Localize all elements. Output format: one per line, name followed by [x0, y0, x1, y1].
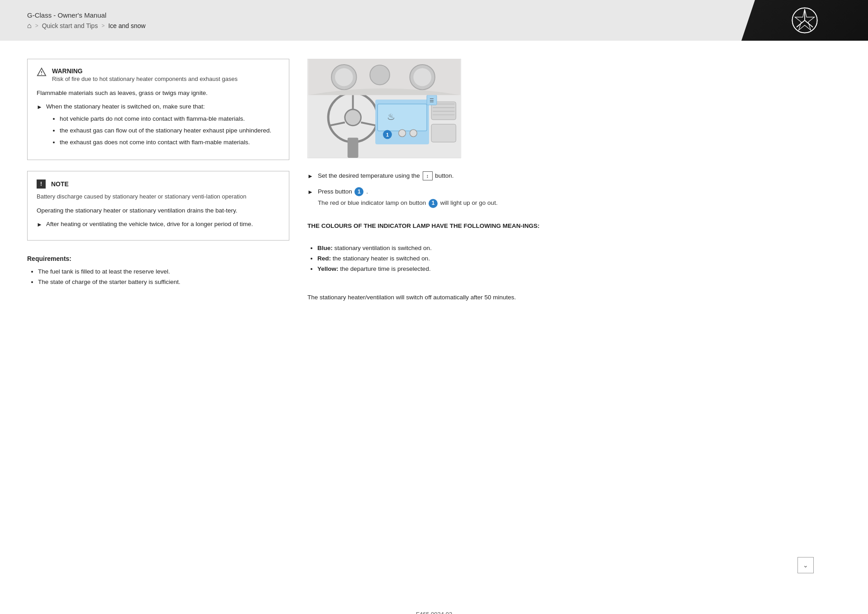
- instr-arrow-icon-2: ►: [307, 188, 313, 197]
- header-left: G-Class - Owner's Manual ⌂ > Quick start…: [27, 11, 146, 30]
- sub-list-item-2: the exhaust gas can flow out of the stat…: [60, 126, 271, 136]
- svg-text:☰: ☰: [429, 98, 434, 103]
- requirements-title: Requirements:: [27, 255, 289, 262]
- colour-label-yellow: Yellow:: [317, 265, 339, 272]
- footer: F465 0024 02 ∧ ⌄: [0, 596, 868, 614]
- svg-rect-11: [348, 137, 359, 158]
- svg-point-30: [370, 65, 390, 85]
- svg-text:♨: ♨: [387, 112, 395, 122]
- sub-list-item-3: the exhaust gas does not come into conta…: [60, 137, 271, 147]
- requirements-section: Requirements: The fuel tank is filled to…: [27, 255, 289, 288]
- svg-text:1: 1: [386, 132, 389, 137]
- note-subtitle: Battery discharge caused by stationary h…: [37, 192, 280, 201]
- warning-subtitle: Risk of fire due to hot stationary heate…: [52, 75, 237, 84]
- arrow-bullet-icon: ►: [37, 103, 42, 149]
- warning-list: ► When the stationary heater is switched…: [37, 102, 280, 149]
- svg-rect-24: [431, 124, 456, 142]
- left-column: WARNING Risk of fire due to hot stationa…: [27, 59, 289, 578]
- note-title: NOTE: [51, 180, 69, 188]
- breadcrumb: ⌂ > Quick start and Tips > Ice and snow: [27, 22, 146, 30]
- warning-box: WARNING Risk of fire due to hot stationa…: [27, 59, 289, 160]
- sub-list-item-1: hot vehicle parts do not come into conta…: [60, 114, 271, 124]
- breadcrumb-sep-1: >: [35, 23, 38, 29]
- note-body: Operating the stationary heater or stati…: [37, 206, 280, 216]
- breadcrumb-item-2: Ice and snow: [108, 22, 146, 29]
- main-content: WARNING Risk of fire due to hot stationa…: [0, 41, 868, 596]
- list-item-text: When the stationary heater is switched o…: [46, 103, 205, 110]
- colours-title: THE COLOURS OF THE INDICATOR LAMP HAVE T…: [307, 222, 841, 231]
- warning-body: Flammable materials such as leaves, gras…: [37, 88, 280, 98]
- req-item-1: The fuel tank is filled to at least the …: [38, 267, 289, 277]
- mercedes-star-icon: [791, 7, 818, 34]
- note-title-area: NOTE: [51, 180, 69, 188]
- colour-label-red: Red:: [317, 255, 331, 262]
- svg-point-32: [413, 68, 431, 86]
- warning-title-area: WARNING Risk of fire due to hot stationa…: [52, 67, 237, 84]
- temp-button-icon: ↕: [423, 171, 433, 180]
- note-list-item: ► After heating or ventilating the vehic…: [37, 220, 280, 229]
- instruction-line-2: Press button 1 .: [318, 187, 498, 197]
- warning-title: WARNING: [52, 67, 237, 75]
- svg-point-29: [335, 68, 353, 86]
- footer-code: F465 0024 02: [416, 611, 452, 614]
- colour-text-red: the stationary heater is switched on.: [333, 255, 430, 262]
- req-item-2: The state of charge of the starter batte…: [38, 277, 289, 288]
- colour-text-yellow: the departure time is preselected.: [340, 265, 430, 272]
- list-item: ► When the stationary heater is switched…: [37, 102, 280, 149]
- mercedes-logo-area: [741, 0, 868, 41]
- car-interior-svg: ♨ 1 ☰: [308, 59, 461, 158]
- scroll-down-button[interactable]: ⌄: [797, 557, 814, 573]
- colour-label-blue: Blue:: [317, 245, 333, 251]
- car-illustration: ♨ 1 ☰: [307, 59, 461, 158]
- note-header: ! NOTE: [37, 179, 280, 189]
- header: G-Class - Owner's Manual ⌂ > Quick start…: [0, 0, 868, 41]
- home-icon[interactable]: ⌂: [27, 22, 32, 30]
- circle-badge-2: 1: [429, 199, 438, 208]
- warning-triangle-icon: [37, 67, 47, 77]
- breadcrumb-sep-2: >: [101, 23, 104, 29]
- colour-item-red: Red: the stationary heater is switched o…: [317, 254, 841, 264]
- instruction-text-1: Set the desired temperature using the ↕ …: [318, 171, 454, 181]
- breadcrumb-item-1[interactable]: Quick start and Tips: [42, 22, 98, 29]
- right-column: ♨ 1 ☰: [307, 59, 841, 578]
- sub-list: hot vehicle parts do not come into conta…: [46, 114, 271, 147]
- instruction-item-1: ► Set the desired temperature using the …: [307, 171, 841, 181]
- instruction-content-2: Press button 1 . The red or blue indicat…: [318, 187, 498, 208]
- circle-badge-1: 1: [354, 187, 363, 196]
- requirements-list: The fuel tank is filled to at least the …: [27, 267, 289, 288]
- note-icon: !: [37, 179, 46, 189]
- note-arrow-bullet-icon: ►: [37, 220, 42, 229]
- svg-point-7: [345, 109, 361, 126]
- colour-text-blue: stationary ventilation is switched on.: [335, 245, 432, 251]
- instruction-item-2: ► Press button 1 . The red or blue indic…: [307, 187, 841, 208]
- note-box: ! NOTE Battery discharge caused by stati…: [27, 171, 289, 241]
- colour-item-yellow: Yellow: the departure time is preselecte…: [317, 264, 841, 274]
- instruction-list: ► Set the desired temperature using the …: [307, 171, 841, 213]
- colour-list: Blue: stationary ventilation is switched…: [307, 243, 841, 274]
- instr-arrow-icon-1: ►: [307, 172, 313, 181]
- svg-point-3: [41, 74, 42, 75]
- note-list: ► After heating or ventilating the vehic…: [37, 220, 280, 229]
- svg-point-16: [410, 130, 417, 137]
- list-item-content: When the stationary heater is switched o…: [46, 102, 271, 149]
- svg-point-15: [399, 130, 406, 137]
- note-list-item-text: After heating or ventilating the vehicle…: [46, 220, 253, 229]
- indicator-text: The red or blue indicator lamp on button…: [318, 198, 498, 208]
- svg-rect-13: [377, 104, 427, 131]
- colour-item-blue: Blue: stationary ventilation is switched…: [317, 243, 841, 254]
- document-title: G-Class - Owner's Manual: [27, 11, 146, 19]
- auto-off-text: The stationary heater/ventilation will s…: [307, 293, 841, 302]
- warning-header: WARNING Risk of fire due to hot stationa…: [37, 67, 280, 84]
